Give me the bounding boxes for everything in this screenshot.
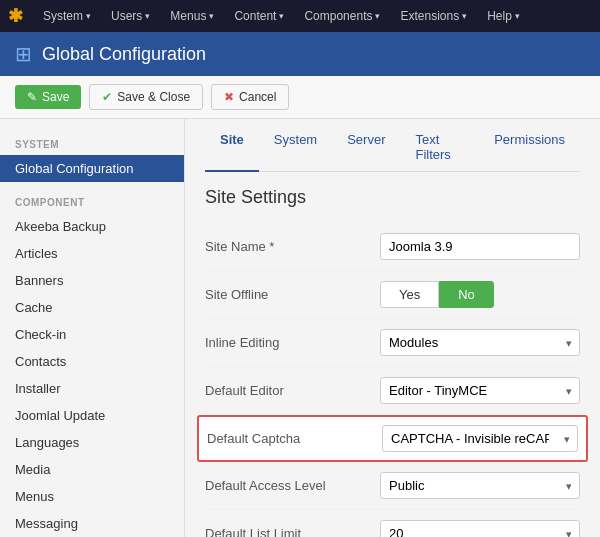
nav-extensions[interactable]: Extensions ▾ — [390, 3, 477, 29]
sidebar-item-contacts[interactable]: Contacts — [0, 348, 184, 375]
default-list-limit-row: Default List Limit 20 ▾ — [205, 510, 580, 537]
site-name-label: Site Name * — [205, 239, 380, 254]
nav-components[interactable]: Components ▾ — [294, 3, 390, 29]
cancel-button[interactable]: ✖ Cancel — [211, 84, 289, 110]
main-layout: SYSTEM Global Configuration COMPONENT Ak… — [0, 119, 600, 537]
chevron-down-icon: ▾ — [145, 11, 150, 21]
content-area: Site System Server Text Filters Permissi… — [185, 119, 600, 537]
sidebar-item-messaging[interactable]: Messaging — [0, 510, 184, 537]
x-icon: ✖ — [224, 90, 234, 104]
default-captcha-row: Default Captcha CAPTCHA - Invisible reCA… — [197, 415, 588, 462]
sidebar-item-checkin[interactable]: Check-in — [0, 321, 184, 348]
inline-editing-control: Modules ▾ — [380, 329, 580, 356]
sidebar-item-installer[interactable]: Installer — [0, 375, 184, 402]
chevron-down-icon: ▾ — [209, 11, 214, 21]
tab-server[interactable]: Server — [332, 124, 400, 172]
save-icon: ✎ — [27, 90, 37, 104]
default-captcha-control: CAPTCHA - Invisible reCAPT... ▾ — [382, 425, 578, 452]
site-offline-label: Site Offline — [205, 287, 380, 302]
chevron-down-icon: ▾ — [375, 11, 380, 21]
default-editor-control: Editor - TinyMCE ▾ — [380, 377, 580, 404]
save-button[interactable]: ✎ Save — [15, 85, 81, 109]
chevron-down-icon: ▾ — [462, 11, 467, 21]
default-list-limit-label: Default List Limit — [205, 526, 380, 537]
default-list-limit-select[interactable]: 20 — [380, 520, 580, 537]
nav-system[interactable]: System ▾ — [33, 3, 101, 29]
sidebar-item-banners[interactable]: Banners — [0, 267, 184, 294]
chevron-down-icon: ▾ — [86, 11, 91, 21]
default-list-limit-control: 20 ▾ — [380, 520, 580, 537]
sidebar-item-cache[interactable]: Cache — [0, 294, 184, 321]
sidebar-item-joomla-update[interactable]: Joomlal Update — [0, 402, 184, 429]
inline-editing-select[interactable]: Modules — [380, 329, 580, 356]
tab-site[interactable]: Site — [205, 124, 259, 172]
system-section-title: SYSTEM — [0, 134, 184, 155]
site-offline-control: Yes No — [380, 281, 580, 308]
chevron-down-icon: ▾ — [279, 11, 284, 21]
default-access-select[interactable]: Public — [380, 472, 580, 499]
default-access-select-wrap: Public ▾ — [380, 472, 580, 499]
page-title: Global Configuration — [42, 44, 206, 65]
joomla-logo: ✱ — [8, 5, 23, 27]
default-editor-row: Default Editor Editor - TinyMCE ▾ — [205, 367, 580, 415]
sidebar-item-menus[interactable]: Menus — [0, 483, 184, 510]
page-header: ⊞ Global Configuration — [0, 32, 600, 76]
nav-users[interactable]: Users ▾ — [101, 3, 160, 29]
grid-icon: ⊞ — [15, 42, 32, 66]
sidebar: SYSTEM Global Configuration COMPONENT Ak… — [0, 119, 185, 537]
top-navbar: ✱ System ▾ Users ▾ Menus ▾ Content ▾ Com… — [0, 0, 600, 32]
inline-editing-label: Inline Editing — [205, 335, 380, 350]
default-access-label: Default Access Level — [205, 478, 380, 493]
tab-permissions[interactable]: Permissions — [479, 124, 580, 172]
site-offline-row: Site Offline Yes No — [205, 271, 580, 319]
tabs: Site System Server Text Filters Permissi… — [205, 119, 580, 172]
offline-yes-button[interactable]: Yes — [380, 281, 439, 308]
save-close-button[interactable]: ✔ Save & Close — [89, 84, 203, 110]
check-icon: ✔ — [102, 90, 112, 104]
default-access-control: Public ▾ — [380, 472, 580, 499]
site-name-input[interactable] — [380, 233, 580, 260]
default-captcha-select[interactable]: CAPTCHA - Invisible reCAPT... — [382, 425, 578, 452]
sidebar-item-global-configuration[interactable]: Global Configuration — [0, 155, 184, 182]
section-title: Site Settings — [205, 187, 580, 208]
tab-text-filters[interactable]: Text Filters — [400, 124, 479, 172]
default-access-row: Default Access Level Public ▾ — [205, 462, 580, 510]
site-name-control — [380, 233, 580, 260]
default-captcha-label: Default Captcha — [207, 431, 382, 446]
nav-content[interactable]: Content ▾ — [224, 3, 294, 29]
sidebar-item-media[interactable]: Media — [0, 456, 184, 483]
default-editor-select-wrap: Editor - TinyMCE ▾ — [380, 377, 580, 404]
site-offline-toggle: Yes No — [380, 281, 580, 308]
component-section-title: COMPONENT — [0, 192, 184, 213]
default-captcha-select-wrap: CAPTCHA - Invisible reCAPT... ▾ — [382, 425, 578, 452]
offline-no-button[interactable]: No — [439, 281, 494, 308]
nav-menus[interactable]: Menus ▾ — [160, 3, 224, 29]
inline-editing-select-wrap: Modules ▾ — [380, 329, 580, 356]
default-editor-select[interactable]: Editor - TinyMCE — [380, 377, 580, 404]
inline-editing-row: Inline Editing Modules ▾ — [205, 319, 580, 367]
default-list-limit-select-wrap: 20 ▾ — [380, 520, 580, 537]
chevron-down-icon: ▾ — [515, 11, 520, 21]
sidebar-item-akeeba[interactable]: Akeeba Backup — [0, 213, 184, 240]
nav-help[interactable]: Help ▾ — [477, 3, 530, 29]
default-editor-label: Default Editor — [205, 383, 380, 398]
top-nav-items: System ▾ Users ▾ Menus ▾ Content ▾ Compo… — [33, 3, 530, 29]
site-name-row: Site Name * — [205, 223, 580, 271]
tab-system[interactable]: System — [259, 124, 332, 172]
sidebar-item-articles[interactable]: Articles — [0, 240, 184, 267]
toolbar: ✎ Save ✔ Save & Close ✖ Cancel — [0, 76, 600, 119]
sidebar-item-languages[interactable]: Languages — [0, 429, 184, 456]
